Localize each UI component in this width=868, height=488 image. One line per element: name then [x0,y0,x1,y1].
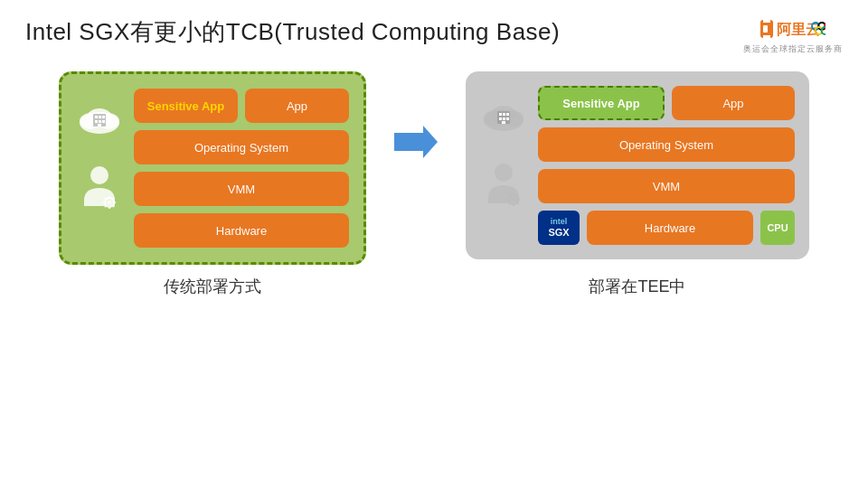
right-icons-col [480,86,527,245]
svg-line-54 [517,203,519,205]
svg-rect-21 [98,124,101,127]
left-diagram: Sensitive App App Operating System VMM H… [59,71,366,265]
svg-marker-33 [394,126,438,158]
right-top-row: Sensitive App App [538,86,795,120]
svg-point-46 [495,164,513,182]
aliyun-logo: 阿里云 [760,16,826,42]
header: Intel SGX有更小的TCB(Trusted Computing Base)… [0,0,868,64]
svg-line-56 [517,195,519,197]
right-cloud-icon-wrap [480,93,527,136]
svg-rect-43 [503,117,505,120]
sgx-text: SGX [548,227,569,239]
svg-line-31 [105,206,107,208]
cloud-icon [76,98,123,137]
left-app-box: App [245,89,349,123]
right-app-box: App [672,86,795,120]
svg-rect-2 [763,35,770,38]
svg-rect-41 [506,113,509,116]
svg-rect-45 [502,121,505,124]
right-vmm-box: VMM [538,169,795,203]
svg-rect-16 [99,116,101,118]
intel-sgx-badge: intel SGX [538,211,580,245]
right-cloud-icon [480,95,527,135]
right-hardware-box: Hardware [587,211,753,245]
right-hardware-row: intel SGX Hardware CPU [538,211,795,245]
cloud-icon-wrap [76,96,123,139]
logo-area: 阿里云 奥运会全球指定云服务商 [743,16,843,55]
svg-rect-44 [506,117,509,120]
svg-rect-40 [503,113,505,116]
left-icons-col [76,89,123,248]
right-diagram: Sensitive App App Operating System VMM i… [466,71,809,259]
svg-rect-18 [95,120,98,123]
right-os-box: Operating System [538,127,795,162]
labels-row: 传统部署方式 部署在TEE中 [0,265,868,297]
svg-rect-39 [499,113,502,116]
svg-point-24 [108,201,111,204]
right-admin-icon-wrap [480,162,527,209]
svg-rect-15 [95,116,98,118]
svg-rect-1 [763,20,770,23]
right-boxes-col: Sensitive App App Operating System VMM i… [538,86,795,245]
page-title: Intel SGX有更小的TCB(Trusted Computing Base) [25,16,560,48]
left-os-box: Operating System [134,130,349,164]
svg-point-22 [90,166,108,184]
arrow-wrap [393,126,439,158]
svg-line-30 [113,206,115,208]
cpu-badge: CPU [760,211,795,245]
svg-point-48 [512,198,515,202]
left-sensitive-app-box: Sensitive App [134,89,238,123]
left-top-row: Sensitive App App [134,89,349,123]
svg-rect-42 [499,117,502,120]
main-content: Sensitive App App Operating System VMM H… [0,64,868,265]
right-admin-icon [481,160,526,211]
left-diagram-label: 传统部署方式 [59,276,366,297]
svg-line-29 [105,198,107,200]
intel-text: intel [551,217,568,227]
right-sensitive-app-box: Sensitive App [538,86,665,120]
svg-rect-20 [102,120,105,123]
admin-icon [77,163,122,213]
aliyun-icon: 阿里云 [760,16,826,42]
admin-icon-wrap [76,164,123,211]
left-hardware-box: Hardware [134,213,349,248]
svg-line-53 [509,195,511,197]
left-boxes-col: Sensitive App App Operating System VMM H… [134,89,349,248]
svg-line-32 [113,198,115,200]
svg-rect-17 [102,116,105,118]
left-vmm-box: VMM [134,172,349,206]
right-arrow-icon [394,126,438,158]
logo-subtext: 奥运会全球指定云服务商 [743,43,843,55]
svg-rect-19 [99,120,101,123]
right-diagram-label: 部署在TEE中 [466,276,809,297]
svg-point-7 [825,23,826,30]
svg-rect-3 [763,25,768,33]
svg-line-55 [509,203,511,205]
